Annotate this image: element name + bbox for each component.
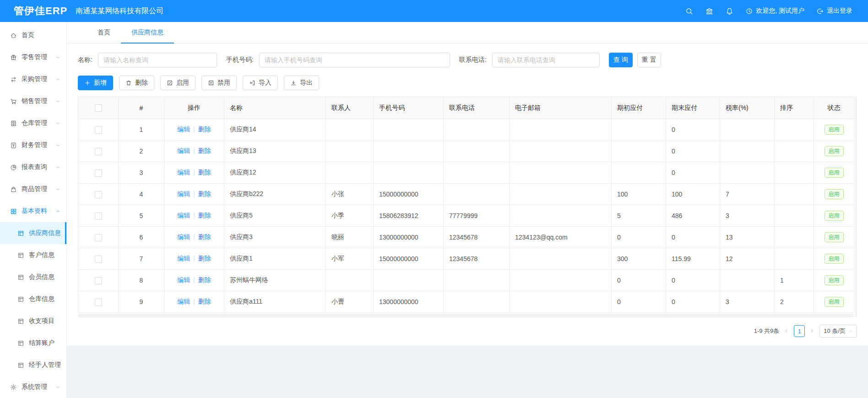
sidebar-item-goods[interactable]: 商品管理	[0, 178, 66, 200]
delete-link[interactable]: 删除	[198, 147, 211, 154]
check-square-icon	[167, 80, 173, 86]
bell-icon[interactable]	[726, 7, 733, 15]
search-field-label: 手机号码:	[226, 56, 254, 64]
status-badge: 启用	[825, 189, 844, 199]
table-zone: #操作名称联系人手机号码联系电话电子邮箱期初应付期末应付税率(%)排序状态 1编…	[78, 97, 857, 317]
cell-status: 启用	[814, 270, 854, 291]
delete-button[interactable]: 删除	[119, 76, 154, 90]
horizontal-scrollbar[interactable]	[78, 314, 854, 317]
delete-link[interactable]: 删除	[198, 233, 211, 240]
select-all-checkbox[interactable]	[95, 104, 102, 112]
cell-checkbox	[78, 205, 119, 227]
delete-link[interactable]: 删除	[198, 212, 211, 219]
sidebar-item-basic-data[interactable]: 基本资料	[0, 200, 66, 222]
name-search-input[interactable]	[98, 53, 217, 67]
sidebar-item-income-expense[interactable]: 收支项目	[0, 310, 66, 332]
edit-link[interactable]: 编辑	[177, 212, 190, 219]
delete-link[interactable]: 删除	[198, 255, 211, 262]
sidebar-item-member-info[interactable]: 会员信息	[0, 266, 66, 288]
toolbar-button-label: 启用	[176, 79, 189, 87]
mobile-search-input[interactable]	[259, 53, 450, 67]
supplier-panel: 名称:手机号码:联系电话:查询重置 新增删除启用禁用导入导出 #操作名称联系人手…	[67, 44, 868, 346]
sidebar-item-supplier-info[interactable]: 供应商信息	[0, 222, 66, 244]
table-icon	[17, 252, 24, 259]
sidebar-item-label: 财务管理	[22, 141, 54, 149]
delete-link[interactable]: 删除	[198, 125, 211, 133]
row-checkbox[interactable]	[95, 148, 102, 155]
table-row: 9编辑|删除供应商a111小曹130000000000032启用	[78, 291, 854, 313]
tab-home[interactable]: 首页	[87, 22, 121, 43]
tab-supplier-info[interactable]: 供应商信息	[121, 22, 174, 43]
cell-closing: 100	[666, 184, 720, 205]
table-icon	[17, 318, 24, 325]
edit-link[interactable]: 编辑	[177, 125, 190, 133]
delete-link[interactable]: 删除	[198, 298, 211, 305]
sidebar-item-system[interactable]: 系统管理	[0, 376, 66, 398]
pagination-prev-button[interactable]	[784, 328, 789, 335]
sidebar-item-warehouse-info[interactable]: 仓库信息	[0, 288, 66, 310]
row-checkbox[interactable]	[95, 277, 102, 284]
row-checkbox[interactable]	[95, 234, 102, 241]
cell-index: 1	[119, 119, 164, 141]
delete-link[interactable]: 删除	[198, 190, 211, 197]
sidebar-item-settlement-account[interactable]: 结算账户	[0, 332, 66, 354]
import-button[interactable]: 导入	[243, 76, 278, 90]
bank-icon[interactable]	[705, 7, 713, 15]
column-header: #	[119, 97, 164, 119]
export-button[interactable]: 导出	[284, 76, 319, 90]
sidebar-item-warehouse[interactable]: 仓库管理	[0, 112, 66, 134]
query-button[interactable]: 查询	[609, 53, 633, 67]
vertical-scrollbar[interactable]	[855, 97, 857, 317]
edit-link[interactable]: 编辑	[177, 255, 190, 262]
reset-button[interactable]: 重置	[637, 53, 661, 67]
status-badge: 启用	[825, 168, 844, 178]
cell-tax	[720, 141, 775, 162]
cell-ops: 编辑|删除	[164, 184, 224, 205]
bag-icon	[10, 186, 17, 193]
delete-link[interactable]: 删除	[198, 276, 211, 284]
edit-link[interactable]: 编辑	[177, 190, 190, 197]
sidebar-item-home[interactable]: 首页	[0, 24, 66, 46]
sidebar-item-handler-mgmt[interactable]: 经手人管理	[0, 354, 66, 376]
pagination-page-button[interactable]: 1	[794, 325, 805, 337]
sidebar-item-retail[interactable]: 零售管理	[0, 46, 66, 68]
page-size-select[interactable]: 10 条/页	[819, 325, 857, 338]
enable-button[interactable]: 启用	[160, 76, 195, 90]
row-checkbox[interactable]	[95, 299, 102, 306]
x-square-icon	[208, 80, 214, 86]
cell-email	[510, 270, 612, 291]
cell-sort	[775, 205, 814, 227]
export-icon	[290, 80, 297, 86]
row-checkbox[interactable]	[95, 191, 102, 198]
row-checkbox[interactable]	[95, 126, 102, 134]
edit-link[interactable]: 编辑	[177, 169, 190, 176]
phone-search-input[interactable]	[492, 53, 600, 67]
delete-link[interactable]: 删除	[198, 169, 211, 176]
edit-link[interactable]: 编辑	[177, 147, 190, 154]
add-button[interactable]: 新增	[78, 76, 113, 90]
row-checkbox[interactable]	[95, 213, 102, 220]
sidebar-item-reports[interactable]: 报表查询	[0, 156, 66, 178]
cell-mobile: 15000000000	[374, 184, 444, 205]
status-badge: 启用	[825, 275, 844, 285]
sidebar-item-customer-info[interactable]: 客户信息	[0, 244, 66, 266]
cell-mobile	[374, 119, 444, 141]
supplier-table: #操作名称联系人手机号码联系电话电子邮箱期初应付期末应付税率(%)排序状态 1编…	[78, 97, 854, 313]
row-checkbox[interactable]	[95, 169, 102, 177]
disable-button[interactable]: 禁用	[201, 76, 237, 90]
sidebar-item-finance[interactable]: 财务管理	[0, 134, 66, 156]
row-checkbox[interactable]	[95, 256, 102, 263]
cell-sort: 1	[775, 270, 814, 291]
sidebar-item-sales[interactable]: 销售管理	[0, 90, 66, 112]
sidebar-item-purchase[interactable]: 采购管理	[0, 68, 66, 90]
edit-link[interactable]: 编辑	[177, 298, 190, 305]
status-badge: 启用	[825, 146, 844, 156]
cell-contact: 小军	[326, 248, 374, 270]
cell-contact: 小季	[326, 205, 374, 227]
edit-link[interactable]: 编辑	[177, 276, 190, 284]
edit-link[interactable]: 编辑	[177, 233, 190, 240]
sidebar-item-label: 经手人管理	[29, 361, 60, 369]
logout-button[interactable]: 退出登录	[817, 7, 852, 15]
search-icon[interactable]	[685, 7, 693, 15]
pagination-next-button[interactable]	[809, 328, 815, 335]
